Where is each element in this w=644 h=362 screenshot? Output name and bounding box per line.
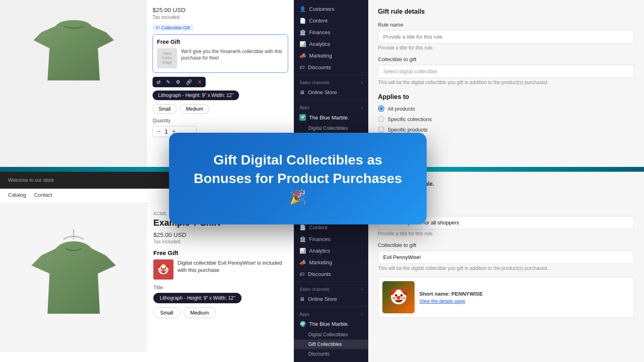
radio-specific-products[interactable]: Specific products <box>378 126 634 133</box>
size-medium-bottom[interactable]: Medium <box>184 307 216 318</box>
apps-header-top: Apps › <box>294 102 368 111</box>
qty-value-top: 1 <box>165 128 168 135</box>
toolbar-delete[interactable]: ✕ <box>196 78 203 86</box>
pennywise-card: 🤡 Short name: PENNYWISE View the details… <box>378 277 634 318</box>
toolbar-settings[interactable]: ⚙ <box>174 78 182 86</box>
nav-app-bluemarble-bottom[interactable]: 🌍 The Blue Marble. <box>294 318 368 330</box>
nav-discounts-bottom[interactable]: 🏷 Discounts <box>294 268 368 280</box>
tshirt-image-bottom <box>17 221 130 334</box>
nav-marketing-top[interactable]: 📣 Marketing <box>294 50 368 62</box>
rule-name-group-top: Rule name Provide a title for this rule. <box>378 22 634 51</box>
toolbar-edit[interactable]: ✎ <box>165 78 172 86</box>
applies-to-section: Applies to All products Specific collect… <box>378 93 634 133</box>
title-field-label: Title <box>153 284 287 290</box>
placeholder-image: PlaceholderImage <box>157 48 177 68</box>
size-buttons-bottom: Small Medium <box>153 307 287 318</box>
size-buttons-top: Small Medium <box>153 104 288 114</box>
free-gift-text-top: We'll give you the %name% collectible wi… <box>181 48 284 62</box>
tax-label-top: Tax included. <box>153 14 288 20</box>
product-section-bottom: ACME Example T-Shirt $25.00 USD Tax incl… <box>0 203 294 352</box>
size-small-bottom[interactable]: Small <box>153 307 180 318</box>
sales-channels-header-bottom: Sales channels › <box>294 284 368 293</box>
gift-description: Digital collectible Evil PennyWise! is i… <box>178 259 287 274</box>
gift-image: 🤡 <box>153 259 173 280</box>
divider-2 <box>294 100 368 100</box>
radio-group-top: All products Specific collections Specif… <box>378 105 634 133</box>
applies-to-title: Applies to <box>378 93 634 101</box>
banner-overlay: Gift Digital Collectibles as Bonuses for… <box>169 133 427 224</box>
pennywise-image: 🤡 <box>382 281 415 313</box>
welcome-text: Welcome to our store <box>8 177 54 183</box>
nav-analytics-top[interactable]: 📊 Analytics <box>294 38 368 50</box>
collectible-input-bottom[interactable] <box>378 251 634 264</box>
collectible-badge: 🏷 Collectible Gift <box>153 25 193 31</box>
free-gift-section-bottom: Free Gift 🤡 Digital collectible Evil Pen… <box>153 249 287 280</box>
nav-discounts-top[interactable]: 🏷 Discounts <box>294 62 368 73</box>
nav-finances-bottom[interactable]: 🏦 Finances <box>294 233 368 245</box>
collectible-select-top[interactable]: Select digital collectible <box>378 65 634 78</box>
size-small-top[interactable]: Small <box>153 104 177 114</box>
title-badge-dark: Lithograph - Height: 9" x Width: 12" <box>153 90 239 100</box>
collectible-label-top: Collectible to gift <box>378 56 634 62</box>
sales-channels-header: Sales channels › <box>294 77 368 86</box>
rule-name-hint-top: Provide a title for this rule. <box>378 45 634 51</box>
nav-finances-top[interactable]: 🏦 Finances <box>294 27 368 38</box>
nav-contact[interactable]: Contact <box>34 192 52 200</box>
nav-content-top[interactable]: 📄 Content <box>294 15 368 27</box>
size-medium-top[interactable]: Medium <box>180 104 209 114</box>
rule-name-input-top[interactable] <box>378 30 634 43</box>
pennywise-name: Short name: PENNYWISE <box>419 291 483 297</box>
sub-discounts-bottom[interactable]: Discounts <box>294 349 368 359</box>
nav-analytics-bottom[interactable]: 📊 Analytics <box>294 245 368 257</box>
sub-digital-collectibles-bottom[interactable]: Digital Collectibles <box>294 330 368 339</box>
free-gift-heading-bottom: Free Gift <box>153 249 287 256</box>
collectible-badge-text: Collectible Gift <box>161 25 190 30</box>
free-gift-popup: Free Gift PlaceholderImage We'll give yo… <box>153 34 288 73</box>
pennywise-info: Short name: PENNYWISE View the details p… <box>419 291 483 304</box>
divider-1 <box>294 75 368 75</box>
tax-note-bottom: Tax included. <box>153 239 287 245</box>
gift-rule-title-top: Gift rule details <box>378 8 634 15</box>
collectible-group-top: Collectible to gift Select digital colle… <box>378 56 634 85</box>
rule-name-hint-bottom: Provide a title for this rule. <box>378 231 634 237</box>
toolbar-link[interactable]: 🔗 <box>184 78 194 86</box>
price-top: $25.00 USD <box>153 6 288 13</box>
radio-specific-collections[interactable]: Specific collections <box>378 116 634 122</box>
divider-bottom-2 <box>294 306 368 307</box>
product-image-bottom <box>0 203 147 352</box>
nav-catalog[interactable]: Catalog <box>8 192 26 200</box>
product-image-area <box>0 0 147 169</box>
title-badge-dark-bottom: Lithograph - Height: 9" x Width: 12" <box>153 293 242 303</box>
divider-bottom-1 <box>294 282 368 282</box>
collectible-hint-bottom: This will be the digital collectible you… <box>378 265 634 271</box>
nav-app-bluemarble-top[interactable]: 🌍 The Blue Marble. <box>294 111 368 123</box>
quantity-label-top: Quantity <box>153 118 288 123</box>
nav-online-store-bottom[interactable]: 🖥 Online Store <box>294 293 368 305</box>
collectible-hint-top: This will be the digital collectible you… <box>378 80 634 85</box>
qty-minus-top[interactable]: − <box>157 128 161 135</box>
tshirt-image-top <box>21 8 126 88</box>
toolbar-move[interactable]: ⇄ <box>155 78 162 86</box>
product-info-bottom: ACME Example T-Shirt $25.00 USD Tax incl… <box>147 203 294 352</box>
banner-text: Gift Digital Collectibles as Bonuses for… <box>189 151 407 206</box>
radio-all-products[interactable]: All products <box>378 105 634 112</box>
image-toolbar[interactable]: ⇄ ✎ ⚙ 🔗 ✕ <box>153 77 206 87</box>
rule-name-label-top: Rule name <box>378 22 634 28</box>
view-details-link[interactable]: View the details page <box>419 298 483 304</box>
collectible-label-bottom: Collectible to gift <box>378 242 634 248</box>
apps-header-bottom: Apps › <box>294 309 368 318</box>
nav-customers-top[interactable]: 👤 Customers <box>294 3 368 15</box>
sub-digital-collectibles-top[interactable]: Digital Collectibles <box>294 123 368 133</box>
collectible-group-bottom: Collectible to gift This will be the dig… <box>378 242 634 271</box>
product-price-bottom: $25.00 USD <box>153 231 287 238</box>
free-gift-item: 🤡 Digital collectible Evil PennyWise! is… <box>153 259 287 280</box>
nav-marketing-bottom[interactable]: 📣 Marketing <box>294 257 368 268</box>
free-gift-title: Free Gift <box>157 39 284 45</box>
sub-gift-collectibles-bottom[interactable]: Gift Collectibles <box>294 339 368 349</box>
nav-online-store-top[interactable]: 🖥 Online Store <box>294 86 368 98</box>
